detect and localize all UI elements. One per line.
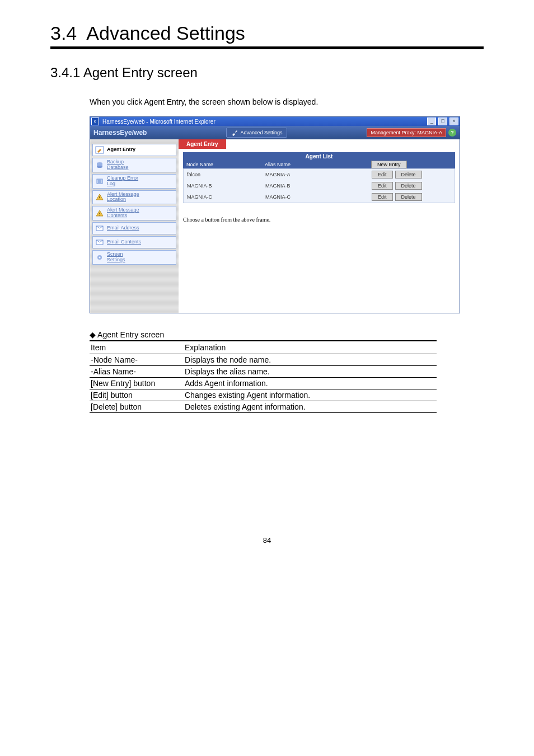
explain-title: ◆ Agent Entry screen — [90, 330, 484, 339]
subsection-heading: 3.4.1 Agent Entry screen — [50, 65, 484, 81]
sidebar-item-label: Agent Entry — [107, 147, 135, 153]
explain-row: [Delete] buttonDeletes existing Agent in… — [90, 401, 437, 413]
sidebar-item-label: Alert Message Location — [107, 192, 139, 203]
sidebar-item-label: Email Address — [107, 226, 139, 231]
alert-icon — [95, 209, 105, 218]
cell-alias: MAGNIA-C — [265, 194, 372, 200]
cell-alias: MAGNIA-A — [265, 172, 372, 177]
table-row: MAGNIA-CMAGNIA-CEditDelete — [184, 191, 455, 203]
section-title: Advanced Settings — [86, 22, 245, 44]
panel-tab: Agent Entry — [179, 139, 226, 149]
subsection-number: 3.4.1 — [50, 65, 80, 80]
minimize-icon[interactable]: _ — [427, 118, 436, 125]
explain-table: Item Explanation -Node Name-Displays the… — [90, 340, 437, 413]
logo-sub: /web — [132, 129, 147, 137]
cell-actions: EditDelete — [372, 193, 451, 201]
delete-button[interactable]: Delete — [395, 193, 422, 201]
col-alias-header: Alias Name — [261, 161, 368, 168]
sidebar-item-label: Screen Settings — [107, 252, 125, 263]
sidebar-item-cleanup-error-log[interactable]: Cleanup Error Log — [92, 174, 176, 189]
sidebar-item-label: Alert Message Contents — [107, 208, 139, 219]
pencil-icon — [95, 145, 105, 154]
explain-text: Displays the node name. — [184, 354, 437, 366]
edit-button[interactable]: Edit — [372, 193, 393, 201]
proxy-label: Management Proxy: MAGNIA-A — [371, 130, 442, 135]
section-rule — [50, 46, 484, 49]
explain-row: -Alias Name-Displays the alias name. — [90, 366, 437, 378]
main-panel: Agent Entry Agent List Node Name Alias N… — [179, 139, 460, 313]
window-controls: _ □ × — [427, 118, 458, 125]
sidebar-item-alert-message-location[interactable]: Alert Message Location — [92, 190, 176, 205]
breadcrumb-label: Advanced Settings — [240, 130, 282, 135]
explain-head-expl: Explanation — [184, 341, 437, 354]
page-number: 84 — [50, 536, 484, 544]
logo-main: HarnessEye — [93, 129, 132, 137]
cell-alias: MAGNIA-B — [265, 183, 372, 189]
subsection-title: Agent Entry screen — [83, 65, 198, 80]
close-icon[interactable]: × — [449, 118, 458, 125]
sidebar-item-agent-entry[interactable]: Agent Entry — [92, 144, 176, 156]
explain-item: -Node Name- — [90, 354, 184, 366]
window-titlebar: e HarnessEye/web - Microsoft Internet Ex… — [90, 117, 460, 126]
sidebar-item-email-address[interactable]: Email Address — [92, 222, 176, 234]
gear-icon — [95, 253, 105, 262]
svg-rect-7 — [99, 213, 100, 214]
app-window: e HarnessEye/web - Microsoft Internet Ex… — [90, 116, 460, 313]
delete-button[interactable]: Delete — [395, 182, 422, 190]
delete-button[interactable]: Delete — [395, 171, 422, 179]
cell-node: falcon — [187, 172, 265, 177]
help-button[interactable]: ? — [448, 129, 456, 137]
sidebar-item-label: Email Contents — [107, 240, 141, 245]
alert-icon — [95, 192, 105, 201]
help-icon: ? — [451, 130, 454, 135]
svg-rect-5 — [99, 196, 100, 198]
svg-rect-8 — [99, 215, 100, 215]
agent-list: falconMAGNIA-AEditDeleteMAGNIA-BMAGNIA-B… — [183, 168, 455, 203]
db-icon — [95, 161, 105, 170]
sidebar: Agent EntryBackup DatabaseCleanup Error … — [90, 139, 179, 313]
cell-node: MAGNIA-C — [187, 194, 265, 200]
breadcrumb[interactable]: Advanced Settings — [226, 128, 287, 138]
list-title: Agent List — [183, 152, 455, 161]
edit-button[interactable]: Edit — [372, 182, 393, 190]
ie-icon: e — [91, 118, 99, 125]
col-node-header: Node Name — [183, 161, 261, 168]
window-title: HarnessEye/web - Microsoft Internet Expl… — [102, 119, 216, 125]
proxy-badge: Management Proxy: MAGNIA-A — [367, 128, 446, 137]
sidebar-item-alert-message-contents[interactable]: Alert Message Contents — [92, 206, 176, 220]
explain-head-item: Item — [90, 341, 184, 354]
cell-actions: EditDelete — [372, 182, 451, 190]
explain-text: Changes existing Agent information. — [184, 389, 437, 401]
section-number: 3.4 — [50, 22, 77, 44]
explain-text: Adds Agent information. — [184, 378, 437, 389]
explain-item: [Delete] button — [90, 401, 184, 413]
explain-item: -Alias Name- — [90, 366, 184, 378]
explain-row: -Node Name-Displays the node name. — [90, 354, 437, 366]
explain-row: [New Entry] buttonAdds Agent information… — [90, 378, 437, 389]
app-header: HarnessEye/web Advanced Settings Managem… — [90, 126, 460, 139]
svg-point-3 — [97, 166, 102, 168]
mail-icon — [95, 238, 105, 247]
sidebar-item-email-contents[interactable]: Email Contents — [92, 236, 176, 248]
explain-text: Deletes existing Agent information. — [184, 401, 437, 413]
intro-text: When you click Agent Entry, the screen s… — [90, 97, 484, 106]
edit-button[interactable]: Edit — [372, 171, 393, 179]
sidebar-item-label: Backup Database — [107, 159, 129, 171]
broom-icon — [95, 177, 105, 186]
section-heading: 3.4 Advanced Settings — [50, 22, 484, 44]
app-logo: HarnessEye/web — [93, 129, 147, 137]
maximize-icon[interactable]: □ — [438, 118, 447, 125]
cell-node: MAGNIA-B — [187, 183, 265, 189]
svg-point-12 — [99, 257, 101, 259]
mail-icon — [95, 224, 105, 233]
sidebar-item-label: Cleanup Error Log — [107, 176, 138, 187]
table-row: falconMAGNIA-AEditDelete — [184, 169, 455, 180]
new-entry-button[interactable]: New Entry — [371, 161, 407, 168]
sidebar-item-backup-database[interactable]: Backup Database — [92, 158, 176, 172]
explain-row: [Edit] buttonChanges existing Agent info… — [90, 389, 437, 401]
cell-actions: EditDelete — [372, 171, 451, 179]
sidebar-item-screen-settings[interactable]: Screen Settings — [92, 250, 176, 265]
explain-item: [Edit] button — [90, 389, 184, 401]
hint-text: Choose a button from the above frame. — [183, 217, 455, 223]
explain-item: [New Entry] button — [90, 378, 184, 389]
